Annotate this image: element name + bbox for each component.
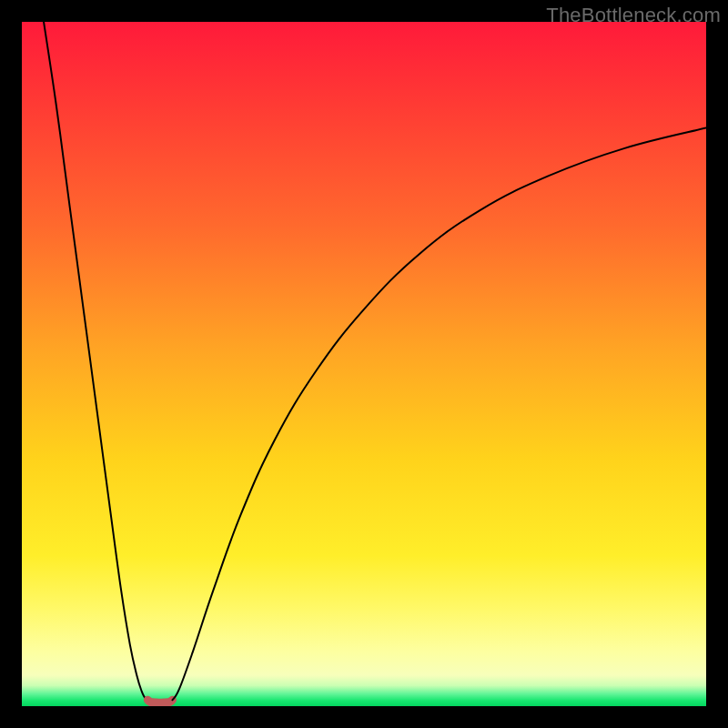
plot-background-gradient xyxy=(22,22,706,706)
chart-frame: TheBottleneck.com xyxy=(0,0,728,728)
watermark-text: TheBottleneck.com xyxy=(546,4,721,27)
